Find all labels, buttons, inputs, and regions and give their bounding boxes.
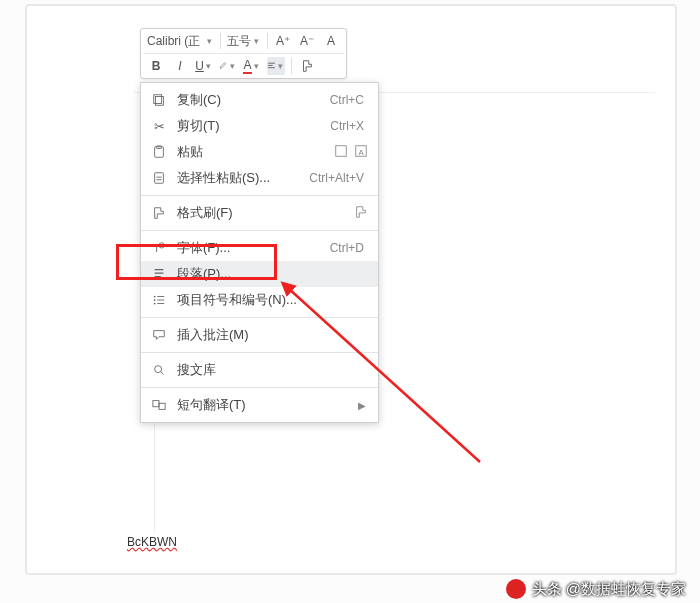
chevron-down-icon: ▾	[205, 36, 214, 46]
menu-separator	[141, 387, 378, 388]
italic-button[interactable]: I	[171, 57, 189, 75]
svg-point-10	[154, 296, 156, 298]
scissors-icon: ✂	[151, 119, 167, 134]
menu-paragraph[interactable]: 段落(P)...	[141, 261, 378, 287]
highlight-button[interactable]: ▾	[219, 57, 237, 75]
submenu-arrow-icon: ▶	[358, 400, 368, 411]
menu-font[interactable]: T 字体(F)... Ctrl+D	[141, 235, 378, 261]
font-family-combo[interactable]: Calibri (正 ▾	[147, 33, 214, 50]
menu-cut[interactable]: ✂ 剪切(T) Ctrl+X	[141, 113, 378, 139]
svg-rect-15	[159, 403, 165, 409]
menu-copy[interactable]: 复制(C) Ctrl+C	[141, 87, 378, 113]
translate-icon	[151, 398, 167, 412]
search-icon	[151, 363, 167, 377]
font-size-value: 五号	[227, 33, 252, 50]
menu-paste-special[interactable]: 选择性粘贴(S)... Ctrl+Alt+V	[141, 165, 378, 191]
list-icon	[151, 293, 167, 307]
svg-point-9	[159, 243, 164, 248]
svg-rect-14	[153, 401, 159, 407]
clipboard-icon	[151, 145, 167, 159]
align-button[interactable]: ▾	[267, 57, 285, 75]
underline-button[interactable]: U▾	[195, 57, 213, 75]
increase-font-button[interactable]: A⁺	[274, 32, 292, 50]
menu-insert-comment[interactable]: 插入批注(M)	[141, 322, 378, 348]
paste-option-text-icon[interactable]: A	[354, 144, 368, 161]
menu-translate[interactable]: 短句翻译(T) ▶	[141, 392, 378, 418]
menu-separator	[141, 317, 378, 318]
svg-rect-7	[155, 173, 164, 184]
paragraph-icon	[151, 267, 167, 281]
svg-point-12	[154, 303, 156, 305]
clipboard-special-icon	[151, 171, 167, 185]
menu-search-library[interactable]: 搜文库	[141, 357, 378, 383]
copy-icon	[151, 93, 167, 107]
mini-toolbar: Calibri (正 ▾ 五号 ▾ A⁺ A⁻ A B I U▾ ▾	[140, 28, 347, 79]
comment-icon	[151, 328, 167, 342]
change-case-button[interactable]: A	[322, 32, 340, 50]
format-painter-extra-icon[interactable]	[354, 205, 368, 222]
svg-point-13	[155, 366, 162, 373]
attribution-logo-icon	[506, 579, 526, 599]
context-menu: 复制(C) Ctrl+C ✂ 剪切(T) Ctrl+X 粘贴 A 选择性粘贴(S…	[140, 82, 379, 423]
format-painter-button[interactable]	[298, 57, 316, 75]
menu-separator	[141, 195, 378, 196]
svg-rect-4	[336, 145, 347, 156]
attribution: 头条 @数据蛙恢复专家	[506, 579, 686, 599]
decrease-font-button[interactable]: A⁻	[298, 32, 316, 50]
font-family-value: Calibri (正	[147, 33, 205, 50]
page-watermark-text: BcKBWN	[127, 535, 177, 549]
font-size-combo[interactable]: 五号 ▾	[227, 33, 261, 50]
chevron-down-icon: ▾	[252, 36, 261, 46]
font-color-button[interactable]: A▾	[243, 57, 261, 75]
app-frame: Calibri (正 ▾ 五号 ▾ A⁺ A⁻ A B I U▾ ▾	[25, 4, 677, 575]
menu-format-painter[interactable]: 格式刷(F)	[141, 200, 378, 226]
paste-option-icon[interactable]	[334, 144, 348, 161]
font-icon: T	[151, 241, 167, 255]
menu-bullets-numbering[interactable]: 项目符号和编号(N)...	[141, 287, 378, 313]
svg-point-11	[154, 299, 156, 301]
menu-separator	[141, 230, 378, 231]
bold-button[interactable]: B	[147, 57, 165, 75]
menu-separator	[141, 352, 378, 353]
format-painter-icon	[151, 206, 167, 220]
menu-paste[interactable]: 粘贴 A	[141, 139, 378, 165]
attribution-text: 头条 @数据蛙恢复专家	[532, 580, 686, 599]
svg-text:A: A	[358, 147, 364, 156]
